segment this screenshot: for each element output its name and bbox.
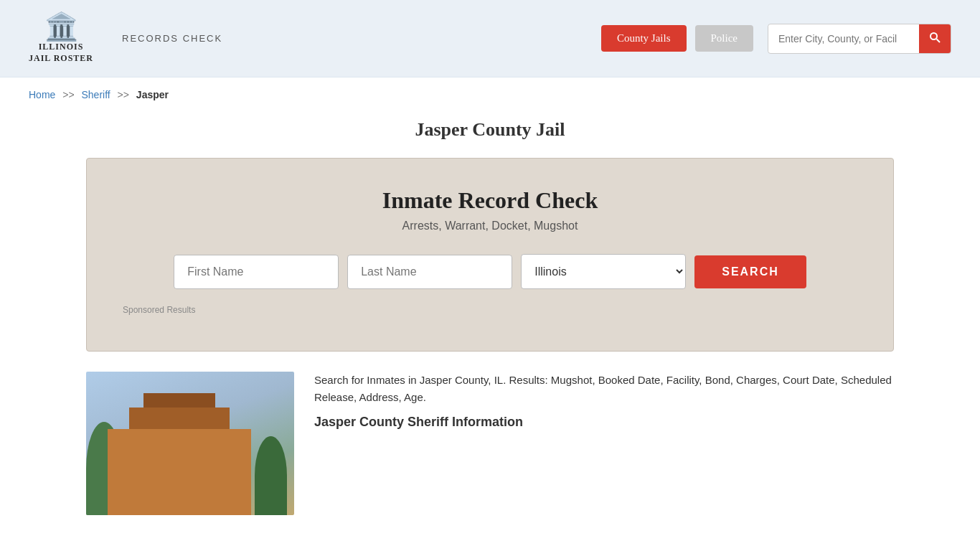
search-icon [929,32,941,43]
tree-right-decoration [255,436,287,515]
jail-building-image [86,372,294,515]
header-search-input[interactable] [768,26,919,52]
last-name-input[interactable] [347,255,512,289]
state-select[interactable]: AlabamaAlaskaArizonaArkansasCaliforniaCo… [521,254,686,289]
header-search-button[interactable] [919,24,951,53]
breadcrumb-sep-1: >> [62,89,74,100]
site-logo[interactable]: 🏛️ ILLINOISJAIL ROSTER [29,13,93,64]
sheriff-info-heading: Jasper County Sheriff Information [314,415,894,430]
records-check-label: RECORDS CHECK [122,33,222,44]
first-name-input[interactable] [174,255,339,289]
county-jails-button[interactable]: County Jails [601,25,687,52]
breadcrumb: Home >> Sheriff >> Jasper [0,77,980,112]
sponsored-label: Sponsored Results [123,305,857,315]
breadcrumb-home[interactable]: Home [29,89,55,100]
bottom-description: Search for Inmates in Jasper County, IL.… [314,372,894,430]
breadcrumb-sheriff[interactable]: Sheriff [82,89,110,100]
breadcrumb-current: Jasper [136,89,169,100]
site-header: 🏛️ ILLINOISJAIL ROSTER RECORDS CHECK Cou… [0,0,980,77]
inmate-search-form: AlabamaAlaskaArizonaArkansasCaliforniaCo… [123,254,857,289]
page-title: Jasper County Jail [29,119,951,141]
header-nav: County Jails Police [601,24,951,54]
breadcrumb-sep-2: >> [118,89,129,100]
inmate-record-check-box: Inmate Record Check Arrests, Warrant, Do… [86,158,894,352]
police-button[interactable]: Police [695,25,754,52]
svg-line-1 [937,39,941,42]
inmate-box-title: Inmate Record Check [123,187,857,214]
svg-point-0 [930,33,937,39]
logo-text: ILLINOISJAIL ROSTER [29,42,93,64]
logo-flag-icon: 🏛️ [44,13,78,40]
building-base-decoration [108,429,251,515]
bottom-description-text: Search for Inmates in Jasper County, IL.… [314,372,894,406]
header-search-bar [768,24,951,54]
bottom-section: Search for Inmates in Jasper County, IL.… [0,372,980,537]
building-roof-decoration [143,393,215,408]
building-top-decoration [129,408,230,429]
inmate-search-button[interactable]: SEARCH [694,255,806,288]
inmate-box-subtitle: Arrests, Warrant, Docket, Mugshot [123,220,857,232]
